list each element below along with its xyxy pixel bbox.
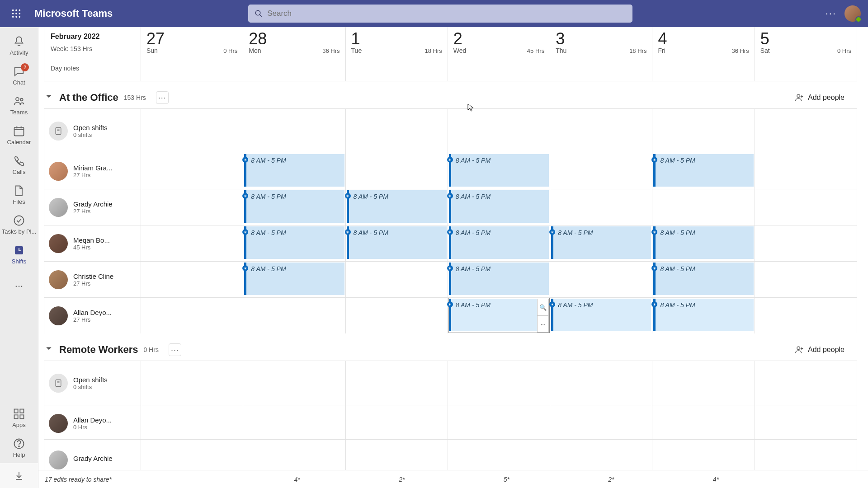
shift-cell[interactable] <box>652 189 755 225</box>
shift-cell[interactable] <box>346 439 448 470</box>
shift-cell[interactable] <box>243 361 345 405</box>
shift-chip[interactable]: 8 AM - 5 PM <box>551 299 651 331</box>
shift-chip[interactable]: 8 AM - 5 PM <box>653 263 753 295</box>
day-note-cell[interactable] <box>141 59 243 81</box>
rail-calls[interactable]: Calls <box>0 150 38 180</box>
shift-cell[interactable] <box>346 405 448 441</box>
shift-cell[interactable]: 8 AM - 5 PM <box>243 189 345 225</box>
shift-chip[interactable]: 8 AM - 5 PM <box>244 226 344 259</box>
shift-cell[interactable] <box>755 439 857 470</box>
row-side-open[interactable]: Open shifts0 shifts <box>44 108 141 153</box>
shift-chip[interactable]: 8 AM - 5 PM <box>347 226 447 259</box>
shift-cell[interactable]: 8 AM - 5 PM <box>652 225 755 261</box>
shift-cell[interactable] <box>755 297 857 333</box>
shift-cell[interactable] <box>141 225 243 261</box>
add-people-button[interactable]: Add people <box>794 93 844 103</box>
shift-cell[interactable] <box>448 439 550 470</box>
rail-download[interactable] <box>0 463 38 488</box>
shift-cell[interactable] <box>141 297 243 333</box>
shift-cell[interactable] <box>755 108 857 153</box>
row-side-person[interactable]: Allan Deyo...27 Hrs <box>44 297 141 333</box>
shift-cell[interactable] <box>346 297 448 333</box>
shift-cell[interactable] <box>243 297 345 333</box>
chevron-down-icon[interactable] <box>46 346 54 354</box>
shift-cell[interactable]: 8 AM - 5 PM <box>652 153 755 189</box>
day-note-cell[interactable] <box>755 59 857 81</box>
shift-cell[interactable]: 8 AM - 5 PM <box>448 153 550 189</box>
shift-cell[interactable] <box>755 225 857 261</box>
shift-chip[interactable]: 8 AM - 5 PM <box>653 299 753 331</box>
shift-search-icon[interactable]: 🔍 <box>538 299 548 316</box>
shift-cell[interactable] <box>550 153 652 189</box>
shift-cell[interactable] <box>652 361 755 405</box>
shift-cell-selected[interactable]: 8 AM - 5 PM 🔍 ··· <box>448 297 550 333</box>
shift-cell[interactable] <box>141 189 243 225</box>
shift-cell[interactable]: 8 AM - 5 PM <box>243 261 345 297</box>
shift-cell[interactable]: 8 AM - 5 PM <box>243 225 345 261</box>
shift-cell[interactable]: 8 AM - 5 PM <box>448 225 550 261</box>
group-more-button[interactable]: ··· <box>169 343 181 356</box>
shift-chip[interactable]: 8 AM - 5 PM <box>449 263 549 295</box>
shift-cell[interactable] <box>141 439 243 470</box>
shift-cell[interactable]: 8 AM - 5 PM <box>346 225 448 261</box>
shift-cell[interactable] <box>141 261 243 297</box>
shift-cell[interactable] <box>243 108 345 153</box>
day-col-thu[interactable]: 3Thu18 Hrs <box>550 27 652 59</box>
shift-chip[interactable]: 8 AM - 5 PM <box>347 190 447 223</box>
shift-cell[interactable] <box>346 261 448 297</box>
rail-apps[interactable]: Apps <box>0 403 38 433</box>
rail-chat[interactable]: 2 Chat <box>0 61 38 90</box>
shift-cell[interactable]: 8 AM - 5 PM <box>243 153 345 189</box>
shift-cell[interactable] <box>755 189 857 225</box>
shift-cell[interactable] <box>346 108 448 153</box>
rail-activity[interactable]: Activity <box>0 31 38 61</box>
shift-cell[interactable] <box>448 405 550 441</box>
shift-chip[interactable]: 8 AM - 5 PM <box>653 154 753 187</box>
shift-cell[interactable] <box>141 361 243 405</box>
day-col-sun[interactable]: 27Sun0 Hrs <box>141 27 243 59</box>
shift-cell[interactable] <box>550 108 652 153</box>
search-box[interactable] <box>248 5 632 23</box>
shift-cell[interactable] <box>550 361 652 405</box>
row-side-open[interactable]: Open shifts0 shifts <box>44 361 141 405</box>
rail-tasks[interactable]: Tasks by Pl... <box>0 210 38 239</box>
add-people-button[interactable]: Add people <box>794 345 844 355</box>
app-launcher-icon[interactable] <box>7 5 25 23</box>
day-note-cell[interactable] <box>346 59 448 81</box>
shift-cell[interactable]: 8 AM - 5 PM <box>448 261 550 297</box>
shift-chip[interactable]: 8 AM - 5 PM <box>551 226 651 259</box>
shift-cell[interactable] <box>755 405 857 441</box>
shift-cell[interactable]: 8 AM - 5 PM <box>550 225 652 261</box>
row-side-person[interactable]: Allan Deyo...0 Hrs <box>44 405 141 441</box>
shift-chip[interactable]: 8 AM - 5 PM <box>653 226 753 259</box>
shift-cell[interactable] <box>755 261 857 297</box>
rail-teams[interactable]: Teams <box>0 90 38 120</box>
day-note-cell[interactable] <box>448 59 550 81</box>
rail-shifts[interactable]: Shifts <box>0 239 38 269</box>
shift-cell[interactable] <box>346 153 448 189</box>
shift-chip[interactable]: 8 AM - 5 PM <box>449 226 549 259</box>
header-more-icon[interactable]: ··· <box>826 8 836 19</box>
shift-chip[interactable]: 8 AM - 5 PM <box>244 154 344 187</box>
row-side-person[interactable]: Meqan Bo...45 Hrs <box>44 225 141 261</box>
shift-cell[interactable] <box>652 439 755 470</box>
day-col-wed[interactable]: 2Wed45 Hrs <box>448 27 550 59</box>
shift-cell[interactable] <box>652 405 755 441</box>
rail-more[interactable]: ··· <box>0 271 38 301</box>
shift-cell[interactable] <box>550 189 652 225</box>
shift-cell[interactable] <box>550 261 652 297</box>
rail-help[interactable]: Help <box>0 433 38 463</box>
row-side-person[interactable]: Grady Archie <box>44 439 141 470</box>
shift-cell[interactable] <box>346 361 448 405</box>
me-avatar[interactable] <box>844 5 861 22</box>
shift-cell[interactable] <box>550 439 652 470</box>
shift-cell[interactable]: 8 AM - 5 PM <box>550 297 652 333</box>
shift-cell[interactable]: 8 AM - 5 PM <box>448 189 550 225</box>
day-col-mon[interactable]: 28Mon36 Hrs <box>243 27 345 59</box>
shift-chip[interactable]: 8 AM - 5 PM <box>449 299 549 331</box>
shift-chip[interactable]: 8 AM - 5 PM <box>449 154 549 187</box>
shift-cell[interactable]: 8 AM - 5 PM <box>652 261 755 297</box>
group-more-button[interactable]: ··· <box>156 91 169 104</box>
search-input[interactable] <box>267 9 626 18</box>
shift-cell[interactable] <box>550 405 652 441</box>
